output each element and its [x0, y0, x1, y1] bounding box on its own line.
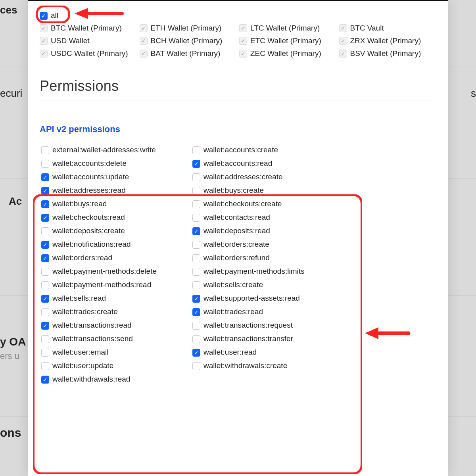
- permission-item[interactable]: ✓wallet:sells:read: [41, 294, 180, 303]
- permission-item[interactable]: ✓wallet:orders:create: [192, 240, 332, 249]
- permission-item[interactable]: ✓wallet:transactions:send: [41, 334, 180, 343]
- checkbox-icon[interactable]: ✓: [192, 146, 200, 154]
- checkbox-icon[interactable]: ✓: [192, 241, 200, 249]
- checkbox-icon[interactable]: ✓: [40, 24, 48, 32]
- checkbox-icon[interactable]: ✓: [339, 24, 347, 32]
- checkbox-icon[interactable]: ✓: [239, 50, 247, 58]
- wallet-item-etc-wallet[interactable]: ✓ETC Wallet (Primary): [239, 36, 337, 45]
- checkbox-icon[interactable]: ✓: [192, 200, 200, 208]
- permission-item[interactable]: ✓wallet:accounts:create: [192, 146, 332, 154]
- wallet-item-label: USD Wallet: [51, 36, 89, 45]
- checkbox-icon[interactable]: ✓: [192, 295, 200, 303]
- wallet-item-btc-vault[interactable]: ✓BTC Vault: [339, 24, 437, 33]
- checkbox-icon[interactable]: ✓: [239, 24, 247, 32]
- checkbox-icon[interactable]: ✓: [41, 214, 49, 222]
- wallet-item-ltc-wallet[interactable]: ✓LTC Wallet (Primary): [239, 24, 337, 33]
- checkbox-icon[interactable]: ✓: [192, 268, 200, 276]
- permission-item[interactable]: ✓wallet:trades:create: [41, 307, 180, 316]
- permission-item[interactable]: ✓wallet:payment-methods:delete: [41, 267, 180, 276]
- checkbox-icon[interactable]: ✓: [41, 362, 49, 370]
- permission-item[interactable]: ✓wallet:transactions:read: [41, 321, 180, 330]
- checkbox-icon[interactable]: ✓: [192, 187, 200, 195]
- checkbox-icon[interactable]: ✓: [41, 295, 49, 303]
- permission-label: wallet:checkouts:create: [203, 200, 282, 208]
- permission-item[interactable]: ✓wallet:user:update: [41, 361, 180, 370]
- permission-item[interactable]: ✓wallet:addresses:read: [41, 186, 180, 195]
- checkbox-icon[interactable]: ✓: [192, 160, 200, 168]
- wallet-item-bat-wallet[interactable]: ✓BAT Wallet (Primary): [140, 49, 237, 58]
- wallet-item-bch-wallet[interactable]: ✓BCH Wallet (Primary): [140, 36, 237, 45]
- checkbox-icon[interactable]: ✓: [339, 50, 347, 58]
- wallet-item-zrx-wallet[interactable]: ✓ZRX Wallet (Primary): [339, 36, 437, 45]
- checkbox-icon[interactable]: ✓: [192, 214, 200, 222]
- permission-item[interactable]: ✓wallet:checkouts:read: [41, 213, 180, 222]
- permission-item[interactable]: ✓wallet:accounts:read: [192, 159, 332, 168]
- wallet-item-eth-wallet[interactable]: ✓ETH Wallet (Primary): [140, 24, 237, 33]
- permission-label: wallet:deposits:read: [203, 226, 270, 235]
- checkbox-icon[interactable]: ✓: [41, 254, 49, 262]
- permission-item[interactable]: ✓wallet:orders:read: [41, 253, 180, 262]
- checkbox-icon[interactable]: ✓: [192, 308, 200, 316]
- checkbox-icon[interactable]: ✓: [41, 308, 49, 316]
- permission-item[interactable]: ✓wallet:deposits:read: [192, 226, 332, 235]
- checkbox-icon[interactable]: ✓: [192, 362, 200, 370]
- checkbox-icon[interactable]: ✓: [41, 227, 49, 235]
- checkbox-icon[interactable]: ✓: [41, 281, 49, 289]
- checkbox-icon[interactable]: ✓: [41, 349, 49, 357]
- checkbox-icon[interactable]: ✓: [41, 322, 49, 330]
- checkbox-icon[interactable]: ✓: [41, 241, 49, 249]
- checkbox-icon[interactable]: ✓: [41, 173, 49, 181]
- checkbox-icon[interactable]: ✓: [41, 335, 49, 343]
- permission-item[interactable]: ✓wallet:payment-methods:limits: [192, 267, 332, 276]
- bg-text: s: [471, 87, 476, 100]
- checkbox-icon[interactable]: ✓: [192, 254, 200, 262]
- checkbox-icon[interactable]: ✓: [40, 50, 48, 58]
- checkbox-icon[interactable]: ✓: [41, 146, 49, 154]
- checkbox-icon[interactable]: ✓: [239, 37, 247, 45]
- permission-item[interactable]: ✓wallet:sells:create: [192, 280, 332, 289]
- wallet-item-bsv-wallet[interactable]: ✓BSV Wallet (Primary): [339, 49, 437, 58]
- permission-item[interactable]: ✓wallet:addresses:create: [192, 173, 332, 181]
- permission-item[interactable]: ✓wallet:payment-methods:read: [41, 280, 180, 289]
- permission-item[interactable]: ✓wallet:contacts:read: [192, 213, 332, 222]
- permission-item[interactable]: ✓wallet:orders:refund: [192, 253, 332, 262]
- checkbox-icon[interactable]: ✓: [41, 268, 49, 276]
- checkbox-icon[interactable]: ✓: [192, 281, 200, 289]
- permission-item[interactable]: ✓external:wallet-addresses:write: [41, 146, 180, 154]
- checkbox-icon[interactable]: ✓: [41, 200, 49, 208]
- checkbox-icon[interactable]: ✓: [192, 335, 200, 343]
- checkbox-icon[interactable]: ✓: [140, 37, 148, 45]
- permission-item[interactable]: ✓wallet:user:read: [192, 348, 332, 357]
- permission-item[interactable]: ✓wallet:withdrawals:create: [192, 361, 332, 370]
- checkbox-icon[interactable]: ✓: [40, 12, 48, 20]
- permission-item[interactable]: ✓wallet:buys:create: [192, 186, 332, 195]
- permission-item[interactable]: ✓wallet:buys:read: [41, 200, 180, 208]
- checkbox-icon[interactable]: ✓: [140, 24, 148, 32]
- permission-item[interactable]: ✓wallet:accounts:update: [41, 173, 180, 181]
- checkbox-icon[interactable]: ✓: [41, 187, 49, 195]
- wallet-item-usdc-wallet[interactable]: ✓USDC Wallet (Primary): [40, 49, 137, 58]
- wallet-item-btc-wallet[interactable]: ✓BTC Wallet (Primary): [40, 24, 137, 33]
- checkbox-icon[interactable]: ✓: [192, 322, 200, 330]
- checkbox-icon[interactable]: ✓: [41, 160, 49, 168]
- checkbox-icon[interactable]: ✓: [192, 227, 200, 235]
- checkbox-icon[interactable]: ✓: [192, 173, 200, 181]
- permission-item[interactable]: ✓wallet:transactions:request: [192, 321, 332, 330]
- checkbox-icon[interactable]: ✓: [41, 376, 49, 384]
- permission-item[interactable]: ✓wallet:accounts:delete: [41, 159, 180, 168]
- permission-item[interactable]: ✓wallet:transactions:transfer: [192, 334, 332, 343]
- permission-item[interactable]: ✓wallet:user:email: [41, 348, 180, 357]
- checkbox-icon[interactable]: ✓: [40, 37, 48, 45]
- checkbox-icon[interactable]: ✓: [192, 349, 200, 357]
- checkbox-icon[interactable]: ✓: [339, 37, 347, 45]
- permission-item[interactable]: ✓wallet:deposits:create: [41, 226, 180, 235]
- wallet-all-row[interactable]: ✓ all: [40, 11, 436, 20]
- permission-item[interactable]: ✓wallet:checkouts:create: [192, 200, 332, 208]
- permission-item[interactable]: ✓wallet:notifications:read: [41, 240, 180, 249]
- permission-item[interactable]: ✓wallet:supported-assets:read: [192, 294, 332, 303]
- checkbox-icon[interactable]: ✓: [140, 50, 148, 58]
- wallet-item-usd-wallet[interactable]: ✓USD Wallet: [40, 36, 137, 45]
- permission-item[interactable]: ✓wallet:withdrawals:read: [41, 375, 180, 384]
- wallet-item-zec-wallet[interactable]: ✓ZEC Wallet (Primary): [239, 49, 337, 58]
- permission-item[interactable]: ✓wallet:trades:read: [192, 307, 332, 316]
